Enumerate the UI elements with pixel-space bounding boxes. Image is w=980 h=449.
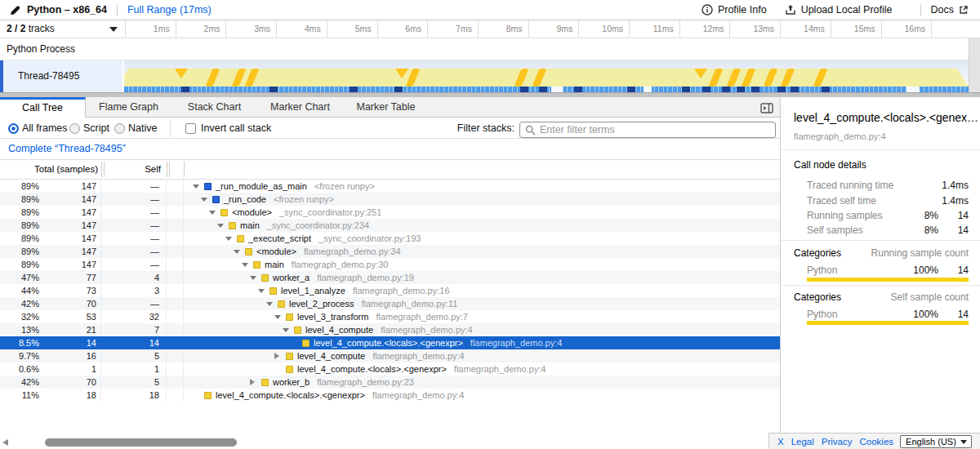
activity-marker-icon bbox=[532, 69, 547, 87]
call-tree-row[interactable]: 89%147—_execute_script_sync_coordinator.… bbox=[0, 232, 780, 245]
profile-name[interactable]: Python – x86_64 bbox=[27, 4, 107, 16]
call-tree-row[interactable]: 44%733level_1_analyzeflamegraph_demo.py:… bbox=[0, 284, 780, 297]
call-tree-row[interactable]: 42%705worker_bflamegraph_demo.py:23 bbox=[0, 376, 780, 389]
function-name[interactable]: _run_code bbox=[224, 194, 266, 204]
hscroll-thumb[interactable] bbox=[45, 438, 237, 447]
invert-call-stack-checkbox[interactable] bbox=[185, 123, 196, 134]
radio-script-label[interactable]: Script bbox=[83, 118, 109, 139]
footer-close-button[interactable]: X bbox=[777, 437, 784, 447]
sample-gap bbox=[906, 87, 920, 92]
category-square-icon bbox=[302, 340, 310, 347]
function-name[interactable]: worker_a bbox=[273, 273, 310, 282]
profile-info-button[interactable]: Profile Info bbox=[702, 4, 767, 16]
twisty-open-icon[interactable] bbox=[201, 198, 212, 202]
category-square-icon bbox=[204, 392, 212, 399]
twisty-open-icon[interactable] bbox=[242, 263, 253, 267]
function-name[interactable]: _run_module_as_main bbox=[216, 181, 307, 191]
function-name[interactable]: level_4_compute.<locals>.<genexpr> bbox=[297, 364, 447, 374]
language-select[interactable]: English (US) bbox=[900, 435, 972, 448]
total-percent: 42% bbox=[0, 297, 45, 310]
docs-link[interactable]: Docs bbox=[931, 4, 969, 16]
function-file: flamegraph_demo.py:4 bbox=[372, 351, 465, 361]
header-separator bbox=[117, 4, 118, 16]
breadcrumb-complete-thread[interactable]: Complete “Thread-78495” bbox=[8, 139, 126, 159]
filter-stacks-input[interactable] bbox=[540, 123, 775, 136]
twisty-open-icon[interactable] bbox=[225, 237, 237, 241]
radio-native[interactable] bbox=[114, 123, 125, 134]
twisty-open-icon[interactable] bbox=[274, 315, 286, 319]
function-name[interactable]: main bbox=[265, 260, 284, 269]
footer-link-privacy[interactable]: Privacy bbox=[822, 437, 853, 447]
tab-stack-chart[interactable]: Stack Chart bbox=[172, 97, 257, 118]
twisty-open-icon[interactable] bbox=[266, 302, 278, 306]
thread-track-label[interactable]: Thread-78495 bbox=[0, 60, 122, 92]
radio-all-frames[interactable] bbox=[8, 123, 19, 134]
column-header-total[interactable]: Total (samples) bbox=[0, 160, 98, 179]
call-tree-row[interactable]: 89%147—main_sync_coordinator.py:234 bbox=[0, 219, 780, 232]
function-name[interactable]: level_4_compute.<locals>.<genexpr> bbox=[314, 338, 463, 348]
call-tree-row[interactable]: 89%147—mainflamegraph_demo.py:30 bbox=[0, 258, 780, 271]
sidebar-category-row: Python100%14 bbox=[781, 265, 980, 276]
call-tree-row[interactable]: 89%147—<module>_sync_coordinator.py:251 bbox=[0, 206, 780, 219]
activity-marker-icon bbox=[232, 69, 247, 87]
call-tree-row[interactable]: 89%147—_run_module_as_main<frozen runpy> bbox=[0, 180, 780, 193]
call-tree-row[interactable]: 47%774worker_aflamegraph_demo.py:19 bbox=[0, 271, 780, 284]
footer-link-legal[interactable]: Legal bbox=[791, 437, 814, 447]
tab-flame-graph[interactable]: Flame Graph bbox=[86, 97, 172, 118]
function-name[interactable]: level_3_transform bbox=[297, 312, 368, 322]
tracks-dropdown[interactable]: 2 / 2 tracks bbox=[7, 20, 55, 38]
ruler-tick-label: 1ms bbox=[125, 20, 170, 38]
function-name[interactable]: worker_b bbox=[273, 377, 310, 387]
call-tree-row[interactable]: 32%5332level_3_transformflamegraph_demo.… bbox=[0, 310, 780, 323]
call-tree-row[interactable]: 0.6%11level_4_compute.<locals>.<genexpr>… bbox=[0, 362, 780, 376]
twisty-open-icon[interactable] bbox=[258, 289, 270, 293]
call-tree-row[interactable]: 89%147—<module>flamegraph_demo.py:34 bbox=[0, 245, 780, 258]
function-file: _sync_coordinator.py:193 bbox=[318, 233, 421, 243]
invert-call-stack-label[interactable]: Invert call stack bbox=[201, 118, 271, 139]
thread-activity-graph[interactable] bbox=[124, 60, 969, 92]
upload-local-profile-button[interactable]: Upload Local Profile bbox=[785, 4, 893, 16]
call-tree-row[interactable]: 8.5%1414level_4_compute.<locals>.<genexp… bbox=[0, 336, 780, 349]
twisty-open-icon[interactable] bbox=[234, 250, 245, 254]
function-name[interactable]: level_1_analyze bbox=[281, 286, 345, 296]
twisty-open-icon[interactable] bbox=[283, 328, 294, 332]
function-name[interactable]: <module> bbox=[232, 207, 272, 217]
twisty-open-icon[interactable] bbox=[209, 211, 220, 215]
tab-marker-table[interactable]: Marker Table bbox=[343, 97, 429, 118]
sample-dark-block bbox=[627, 87, 635, 92]
track-python-process[interactable]: Python Process bbox=[0, 38, 969, 60]
radio-script[interactable] bbox=[69, 123, 80, 134]
function-name[interactable]: <module> bbox=[256, 247, 296, 256]
tab-marker-chart[interactable]: Marker Chart bbox=[257, 97, 343, 118]
footer-link-cookies[interactable]: Cookies bbox=[860, 437, 894, 447]
total-samples: 16 bbox=[45, 349, 101, 362]
twisty-open-icon[interactable] bbox=[250, 276, 261, 280]
twisty-open-icon[interactable] bbox=[193, 184, 204, 189]
call-tree-row[interactable]: 11%1818level_4_compute.<locals>.<genexpr… bbox=[0, 389, 780, 402]
function-name[interactable]: level_2_process bbox=[289, 299, 354, 309]
twisty-closed-icon[interactable] bbox=[274, 353, 286, 359]
sidebar-toggle-button[interactable] bbox=[760, 102, 773, 117]
call-tree-row[interactable]: 42%70—level_2_processflamegraph_demo.py:… bbox=[0, 297, 780, 310]
radio-native-label[interactable]: Native bbox=[128, 118, 157, 139]
edit-profile-name-icon[interactable] bbox=[10, 5, 20, 16]
radio-all-frames-label[interactable]: All frames bbox=[22, 118, 68, 139]
twisty-closed-icon[interactable] bbox=[250, 379, 261, 385]
tab-call-tree[interactable]: Call Tree bbox=[0, 97, 86, 118]
call-tree-row[interactable]: 89%147—_run_code<frozen runpy> bbox=[0, 193, 780, 206]
call-tree-row[interactable]: 9.7%165level_4_computeflamegraph_demo.py… bbox=[0, 349, 780, 362]
function-name[interactable]: _execute_script bbox=[248, 233, 311, 243]
full-range-link[interactable]: Full Range (17ms) bbox=[127, 4, 212, 16]
ruler-tick-label: 6ms bbox=[376, 20, 421, 38]
column-header-self[interactable]: Self bbox=[106, 160, 161, 179]
twisty-open-icon[interactable] bbox=[217, 224, 229, 228]
call-tree-row[interactable]: 13%217level_4_computeflamegraph_demo.py:… bbox=[0, 323, 780, 336]
function-name[interactable]: level_4_compute bbox=[305, 325, 373, 335]
track-thread[interactable]: Thread-78495 bbox=[0, 60, 969, 92]
function-name[interactable]: level_4_compute bbox=[297, 351, 365, 361]
sample-dark-block bbox=[394, 87, 403, 92]
ruler-tick-label: 2ms bbox=[175, 20, 220, 38]
function-name[interactable]: level_4_compute.<locals>.<genexpr> bbox=[216, 390, 365, 400]
hscroll-left-arrow[interactable] bbox=[2, 439, 8, 446]
function-name[interactable]: main bbox=[240, 220, 260, 230]
